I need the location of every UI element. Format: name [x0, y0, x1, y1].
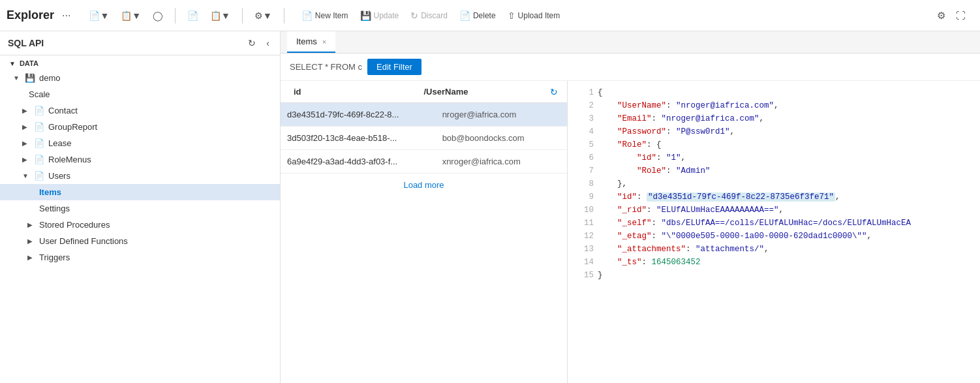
- toolbar-group-2: 📄 📋▼: [182, 8, 243, 23]
- contact-expand-arrow: ▶: [22, 107, 30, 114]
- table-row[interactable]: 6a9e4f29-a3ad-4dd3-af03-f... xnroger@iaf…: [281, 150, 567, 174]
- users-label: Users: [48, 171, 271, 181]
- json-line-6: 6 "id": "1",: [578, 151, 970, 164]
- new-query-button[interactable]: 📋▼: [205, 8, 236, 23]
- delete-button[interactable]: 📄 Delete: [454, 8, 501, 23]
- sidebar-item-stored-procedures[interactable]: ▶ Stored Procedures: [0, 217, 280, 233]
- contact-icon: 📄: [34, 106, 44, 115]
- sidebar-item-groupreport[interactable]: ▶ 📄 GroupReport: [0, 119, 280, 135]
- json-line-7: 7 "Role": "Admin": [578, 164, 970, 177]
- scale-label: Scale: [29, 89, 50, 99]
- edit-filter-button[interactable]: Edit Filter: [367, 59, 421, 75]
- lease-icon: 📄: [34, 138, 44, 148]
- tabs-bar: Items ×: [281, 31, 980, 54]
- new-item-icon: 📄: [301, 10, 313, 21]
- udf-label: User Defined Functions: [39, 236, 271, 246]
- sidebar-item-lease[interactable]: ▶ 📄 Lease: [0, 135, 280, 151]
- json-line-9: 9 "id": "d3e4351d-79fc-469f-8c22-8735e6f…: [578, 191, 970, 204]
- table-row[interactable]: 3d503f20-13c8-4eae-b518-... bob@boondock…: [281, 127, 567, 150]
- row-1-username: nroger@iafrica.com: [436, 106, 567, 123]
- json-line-15: 15 }: [578, 269, 970, 282]
- sidebar-item-udf[interactable]: ▶ User Defined Functions: [0, 233, 280, 249]
- settings-dropdown-button[interactable]: ⚙▼: [249, 8, 277, 23]
- update-button[interactable]: 💾 Update: [355, 8, 405, 23]
- row-3-id: 6a9e4f29-a3ad-4dd3-af03-f...: [281, 153, 436, 170]
- open-query-button[interactable]: 📄: [182, 8, 204, 23]
- sidebar: SQL API ↻ ‹ ▼ DATA ▼ 💾 demo Scale ▶ 📄 Co…: [0, 31, 281, 383]
- groupreport-icon: 📄: [34, 122, 44, 132]
- topbar-right: ⚙ ⛶: [934, 7, 973, 24]
- json-line-13: 13 "_attachments": "attachments/",: [578, 243, 970, 256]
- json-panel: 1 { 2 "UserName": "nroger@iafrica.com", …: [568, 81, 980, 383]
- groupreport-label: GroupReport: [48, 122, 271, 132]
- json-line-14: 14 "_ts": 1645063452: [578, 256, 970, 269]
- users-icon: 📄: [34, 171, 44, 181]
- upload-item-label: Upload Item: [518, 11, 560, 20]
- data-split: id /UserName ↻ d3e4351d-79fc-469f-8c22-8…: [281, 81, 980, 383]
- sidebar-item-contact[interactable]: ▶ 📄 Contact ···: [0, 102, 280, 119]
- content-area: Items × SELECT * FROM c Edit Filter id /…: [281, 31, 980, 383]
- delete-label: Delete: [473, 11, 496, 20]
- discard-label: Discard: [421, 11, 448, 20]
- lease-label: Lease: [48, 138, 271, 148]
- open-query-icon: 📄: [187, 10, 198, 21]
- sidebar-item-items[interactable]: Items: [0, 184, 280, 200]
- col-id-header: id: [287, 83, 418, 100]
- sidebar-item-demo[interactable]: ▼ 💾 demo: [0, 70, 280, 86]
- udf-expand-arrow: ▶: [27, 237, 35, 245]
- tab-close-button[interactable]: ×: [322, 38, 326, 46]
- upload-icon: ⇧: [508, 10, 515, 21]
- users-expand-arrow: ▼: [22, 172, 30, 179]
- demo-icon: 💾: [25, 73, 35, 83]
- sidebar-item-triggers[interactable]: ▶ Triggers: [0, 249, 280, 266]
- json-line-4: 4 "Password": "P@ssw0rd1",: [578, 125, 970, 138]
- github-icon: ◯: [153, 10, 163, 21]
- sidebar-header: SQL API ↻ ‹: [0, 31, 280, 55]
- topbar-expand-button[interactable]: ⛶: [953, 7, 968, 23]
- sidebar-item-rolemenus[interactable]: ▶ 📄 RoleMenus: [0, 151, 280, 168]
- filter-bar: SELECT * FROM c Edit Filter: [281, 54, 980, 81]
- table-header: id /UserName ↻: [281, 81, 567, 103]
- rolemenus-icon: 📄: [34, 155, 44, 164]
- toolbar-group-1: 📄▼ 📋▼ ◯: [84, 8, 176, 23]
- data-section-arrow: ▼: [9, 60, 16, 67]
- table-row[interactable]: d3e4351d-79fc-469f-8c22-8... nroger@iafr…: [281, 103, 567, 127]
- new-item-label: New Item: [315, 11, 348, 20]
- json-line-3: 3 "Email": "nroger@iafrica.com",: [578, 112, 970, 125]
- sidebar-refresh-button[interactable]: ↻: [245, 37, 258, 50]
- import-icon: 📋▼: [121, 10, 141, 21]
- table-refresh-button[interactable]: ↻: [547, 84, 560, 100]
- new-item-button[interactable]: 📄 New Item: [296, 8, 354, 23]
- top-bar: Explorer ··· 📄▼ 📋▼ ◯ 📄 📋▼ ⚙▼ 📄 New Item: [0, 0, 980, 31]
- app-dots[interactable]: ···: [62, 10, 70, 22]
- data-section-label: ▼ DATA: [0, 55, 280, 70]
- load-more-button[interactable]: Load more: [281, 174, 567, 196]
- json-line-10: 10 "_rid": "ELUfALUmHacEAAAAAAAAA==",: [578, 204, 970, 217]
- sidebar-item-scale[interactable]: Scale: [0, 86, 280, 102]
- filter-query-text: SELECT * FROM c: [290, 62, 362, 72]
- sp-label: Stored Procedures: [39, 220, 271, 230]
- sidebar-item-settings[interactable]: Settings: [0, 200, 280, 217]
- new-query-icon: 📋▼: [210, 10, 230, 21]
- new-document-button[interactable]: 📄▼: [84, 8, 114, 23]
- contact-label: Contact: [48, 106, 271, 115]
- upload-item-button[interactable]: ⇧ Upload Item: [502, 8, 566, 23]
- sidebar-item-users[interactable]: ▼ 📄 Users: [0, 168, 280, 184]
- table-body: d3e4351d-79fc-469f-8c22-8... nroger@iafr…: [281, 103, 567, 383]
- discard-button[interactable]: ↻ Discard: [405, 8, 453, 23]
- json-line-11: 11 "_self": "dbs/ELUfAA==/colls/ELUfALUm…: [578, 217, 970, 230]
- main-layout: SQL API ↻ ‹ ▼ DATA ▼ 💾 demo Scale ▶ 📄 Co…: [0, 31, 980, 383]
- topbar-expand-icon: ⛶: [956, 10, 966, 21]
- settings-icon: ⚙▼: [254, 10, 272, 21]
- triggers-expand-arrow: ▶: [27, 254, 35, 261]
- tab-items-label: Items: [296, 37, 317, 46]
- row-2-id: 3d503f20-13c8-4eae-b518-...: [281, 129, 436, 147]
- rolemenus-label: RoleMenus: [48, 155, 271, 164]
- github-button[interactable]: ◯: [147, 8, 168, 23]
- json-line-12: 12 "_etag": "\"0000e505-0000-1a00-0000-6…: [578, 230, 970, 243]
- import-button[interactable]: 📋▼: [115, 8, 146, 23]
- rolemenus-expand-arrow: ▶: [22, 156, 30, 163]
- topbar-gear-button[interactable]: ⚙: [934, 7, 948, 24]
- tab-items[interactable]: Items ×: [287, 31, 335, 53]
- sidebar-collapse-button[interactable]: ‹: [264, 37, 272, 50]
